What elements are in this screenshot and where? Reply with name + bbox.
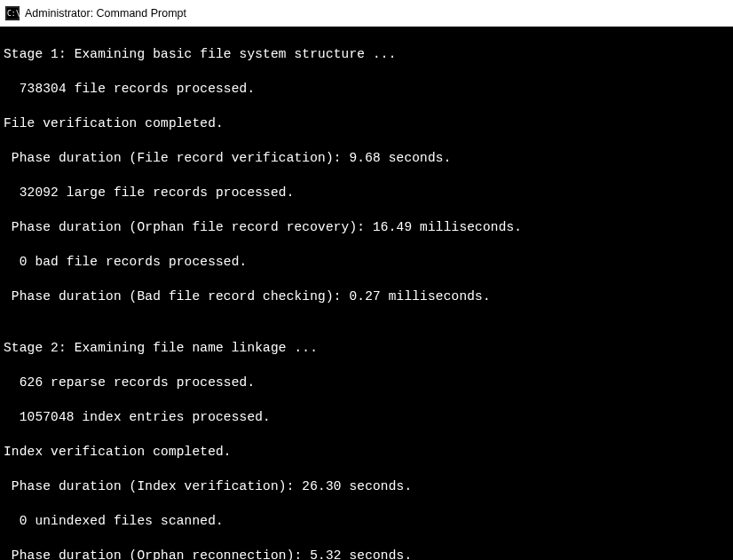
cmd-icon: C:\ xyxy=(5,6,20,20)
terminal-line: Index verification completed. xyxy=(4,444,729,461)
terminal-output[interactable]: Stage 1: Examining basic file system str… xyxy=(0,27,733,560)
terminal-line: Stage 2: Examining file name linkage ... xyxy=(4,340,729,358)
window-title: Administrator: Command Prompt xyxy=(25,7,186,20)
terminal-line: 32092 large file records processed. xyxy=(4,185,729,202)
terminal-line: Phase duration (Bad file record checking… xyxy=(4,288,729,306)
terminal-line: Phase duration (Orphan reconnection): 5.… xyxy=(4,548,729,560)
svg-text:C:\: C:\ xyxy=(7,10,20,18)
terminal-line: Stage 1: Examining basic file system str… xyxy=(4,46,729,64)
terminal-line: 1057048 index entries processed. xyxy=(4,409,729,427)
window-titlebar[interactable]: C:\ Administrator: Command Prompt xyxy=(0,0,733,27)
terminal-line: 626 reparse records processed. xyxy=(4,375,729,392)
terminal-line: Phase duration (File record verification… xyxy=(4,150,729,168)
terminal-line: 0 bad file records processed. xyxy=(4,254,729,272)
terminal-line: File verification completed. xyxy=(4,115,729,133)
terminal-line: 738304 file records processed. xyxy=(4,81,729,99)
terminal-line: 0 unindexed files scanned. xyxy=(4,513,729,531)
terminal-line: Phase duration (Orphan file record recov… xyxy=(4,219,729,237)
terminal-line: Phase duration (Index verification): 26.… xyxy=(4,478,729,496)
